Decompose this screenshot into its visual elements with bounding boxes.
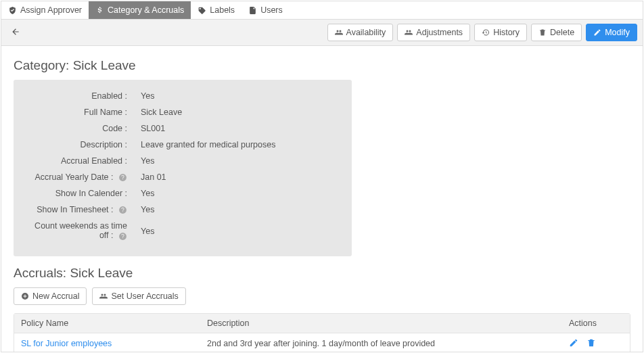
detail-value: Yes xyxy=(131,156,154,166)
detail-code: Code : SL001 xyxy=(23,120,342,137)
tag-icon xyxy=(198,6,206,15)
button-label: Adjustments xyxy=(416,28,463,37)
detail-value: SL001 xyxy=(131,124,165,133)
content: Category: Sick Leave Enabled : Yes Full … xyxy=(1,46,643,352)
detail-value: Sick Leave xyxy=(131,108,182,117)
history-button[interactable]: History xyxy=(474,24,527,41)
detail-label: Full Name : xyxy=(23,108,131,117)
detail-show-in-timesheet: Show In Timesheet : Yes xyxy=(23,202,342,218)
detail-label: Count weekends as time off : xyxy=(23,221,131,240)
policy-link[interactable]: SL for Junior employees xyxy=(21,339,207,348)
trash-icon xyxy=(538,28,547,37)
accruals-heading: Accruals: Sick Leave xyxy=(14,266,630,281)
tab-label: Assign Approver xyxy=(20,5,82,15)
table-header: Policy Name Description Actions xyxy=(14,314,630,333)
document-icon xyxy=(248,6,257,15)
tab-category-accruals[interactable]: Category & Accruals xyxy=(89,1,191,19)
tab-assign-approver[interactable]: Assign Approver xyxy=(1,1,89,19)
col-description: Description xyxy=(207,319,569,328)
tab-users[interactable]: Users xyxy=(242,1,290,19)
users-icon xyxy=(99,292,108,300)
tab-label: Category & Accruals xyxy=(108,5,184,15)
dollar-icon xyxy=(95,6,104,15)
app-window: Assign Approver Category & Accruals Labe… xyxy=(1,1,643,352)
detail-label: Enabled : xyxy=(23,91,131,101)
help-icon[interactable] xyxy=(118,173,127,182)
detail-description: Description : Leave granted for medical … xyxy=(23,137,342,153)
accruals-table: Policy Name Description Actions SL for J… xyxy=(14,313,630,352)
accrual-actions: New Accrual Set User Accruals xyxy=(14,287,630,305)
detail-full-name: Full Name : Sick Leave xyxy=(23,104,342,120)
policy-desc: 2nd and 3rd year after joining. 1 day/mo… xyxy=(207,339,569,348)
detail-label: Show In Calender : xyxy=(23,189,131,198)
detail-label: Code : xyxy=(23,124,131,133)
category-heading: Category: Sick Leave xyxy=(14,58,630,73)
trash-icon[interactable] xyxy=(586,338,596,350)
pencil-icon xyxy=(593,28,601,37)
detail-label: Description : xyxy=(23,140,131,149)
availability-button[interactable]: Availability xyxy=(327,24,394,41)
plus-circle-icon xyxy=(21,292,29,300)
detail-show-in-calendar: Show In Calender : Yes xyxy=(23,185,342,202)
button-label: New Accrual xyxy=(32,291,79,301)
users-icon xyxy=(405,28,413,37)
help-icon[interactable] xyxy=(118,206,127,214)
detail-enabled: Enabled : Yes xyxy=(23,88,342,104)
detail-accrual-yearly-date: Accrual Yearly Date : Jan 01 xyxy=(23,169,342,185)
delete-button[interactable]: Delete xyxy=(531,24,582,41)
detail-label: Show In Timesheet : xyxy=(23,205,131,214)
edit-icon[interactable] xyxy=(569,338,578,350)
detail-value: Jan 01 xyxy=(131,172,166,182)
back-button[interactable] xyxy=(7,24,24,41)
detail-label: Accrual Enabled : xyxy=(23,156,131,166)
modify-button[interactable]: Modify xyxy=(586,24,637,41)
detail-value: Yes xyxy=(131,91,154,101)
adjustments-button[interactable]: Adjustments xyxy=(397,24,470,41)
help-icon[interactable] xyxy=(118,232,127,241)
detail-value: Yes xyxy=(131,205,154,214)
category-details-panel: Enabled : Yes Full Name : Sick Leave Cod… xyxy=(14,80,352,256)
row-actions xyxy=(569,338,623,350)
table-body: SL for Junior employees 2nd and 3rd year… xyxy=(14,333,630,352)
button-label: History xyxy=(493,28,520,37)
detail-value: Leave granted for medical purposes xyxy=(131,140,275,149)
toolbar-actions: Availability Adjustments History Delete … xyxy=(327,24,637,41)
detail-value: Yes xyxy=(131,227,154,236)
col-policy-name: Policy Name xyxy=(21,319,207,328)
users-icon xyxy=(335,28,343,37)
set-user-accruals-button[interactable]: Set User Accruals xyxy=(92,287,185,305)
toolbar: Availability Adjustments History Delete … xyxy=(1,20,643,46)
new-accrual-button[interactable]: New Accrual xyxy=(14,287,87,305)
tab-label: Users xyxy=(260,5,283,15)
table-row: SL for Junior employees 2nd and 3rd year… xyxy=(14,333,630,352)
tabs-bar: Assign Approver Category & Accruals Labe… xyxy=(1,1,643,20)
detail-accrual-enabled: Accrual Enabled : Yes xyxy=(23,153,342,169)
button-label: Modify xyxy=(605,28,630,37)
tab-labels[interactable]: Labels xyxy=(191,1,242,19)
button-label: Set User Accruals xyxy=(111,291,178,301)
detail-label: Accrual Yearly Date : xyxy=(23,172,131,182)
detail-count-weekends: Count weekends as time off : Yes xyxy=(23,218,342,243)
detail-value: Yes xyxy=(131,189,154,198)
history-icon xyxy=(482,28,490,37)
button-label: Delete xyxy=(550,28,574,37)
shield-check-icon xyxy=(8,6,17,15)
col-actions: Actions xyxy=(569,319,623,328)
button-label: Availability xyxy=(346,28,386,37)
tab-label: Labels xyxy=(210,5,235,15)
